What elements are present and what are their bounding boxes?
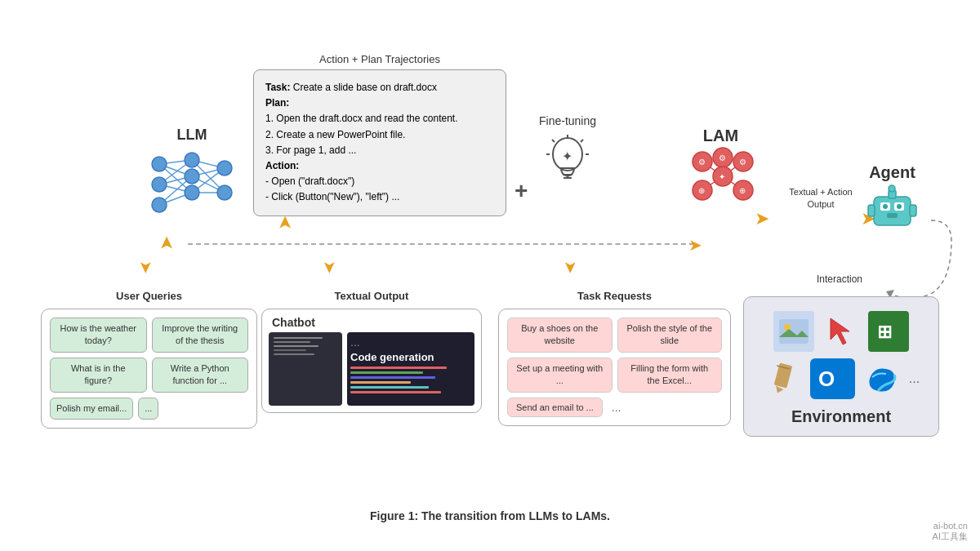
llm-to-queries-arrow: ➤ (136, 260, 156, 274)
svg-point-20 (217, 161, 232, 176)
svg-point-19 (185, 185, 199, 200)
task-item-2: Polish the style of the slide (617, 318, 723, 353)
svg-point-52 (897, 204, 902, 209)
screen-lines (274, 337, 323, 358)
svg-marker-62 (831, 318, 849, 344)
svg-point-51 (883, 204, 888, 209)
diagram-container: Action + Plan Trajectories Task: Create … (0, 0, 980, 551)
query-item-5: Polish my email... (50, 398, 133, 420)
svg-point-17 (185, 153, 199, 167)
task-requests-title: Task Requests (498, 290, 731, 302)
code-dots: ... (350, 335, 471, 349)
environment-label: Environment (754, 407, 929, 426)
interaction-label: Interaction (817, 273, 862, 285)
user-queries-title: User Queries (41, 290, 257, 302)
neural-network-icon (143, 148, 241, 221)
llm-label: LLM (143, 127, 241, 144)
svg-text:✦: ✦ (562, 149, 572, 163)
environment-section: ⊞ Ο (743, 290, 939, 437)
action-plan-box: Task: Create a slide base on draft.docx … (253, 69, 506, 216)
chatbot-box: Chatbot ... Code generation (261, 309, 482, 413)
svg-rect-65 (773, 362, 792, 388)
task-row-single: Send an email to ... ... (507, 398, 722, 417)
svg-line-29 (581, 140, 583, 142)
plus-sign: + (514, 178, 528, 204)
action-label: Action: (265, 160, 299, 171)
code-area: ... Code generation (347, 332, 474, 406)
plan-step-3: 3. For page 1, add ... (265, 144, 356, 156)
lightbulb-icon: ✦ (541, 134, 595, 191)
llm-to-textual-arrow: ➤ (320, 260, 340, 274)
svg-point-18 (185, 169, 199, 184)
outlook-icon: Ο (810, 358, 855, 399)
query-grid: How is the weather today? Improve the wr… (50, 318, 248, 393)
finetuning-label: Fine-tuning (539, 114, 596, 127)
textual-output-title: Textual Output (261, 290, 482, 302)
task-requests-section: Task Requests Buy a shoes on the website… (498, 290, 731, 426)
query-item-1: How is the weather today? (50, 318, 147, 353)
llm-section: LLM (143, 127, 241, 221)
task-item-3: Set up a meeting with ... (507, 358, 612, 393)
query-item-2: Improve the writing of the thesis (152, 318, 249, 353)
arrow-to-action-box: ➤ (274, 216, 296, 230)
figure-caption: Figure 1: The transition from LLMs to LA… (0, 509, 980, 522)
watermark: ai-bot.cn AI工具集 (933, 521, 968, 543)
plan-step-2: 2. Create a new PowerPoint file. (265, 129, 405, 140)
spreadsheet-icon: ⊞ (868, 311, 909, 352)
svg-text:⚙: ⚙ (719, 153, 726, 162)
query-item-3: What is in the figure? (50, 358, 147, 393)
watermark-url: ai-bot.cn (933, 521, 968, 531)
agent-label: Agent (866, 163, 919, 182)
task-box: Buy a shoes on the website Polish the st… (498, 309, 731, 426)
svg-text:⊞: ⊞ (877, 322, 892, 342)
env-icons: ⊞ Ο (754, 307, 929, 403)
lam-to-task-arrow: ➤ (561, 260, 581, 274)
svg-rect-57 (910, 205, 916, 216)
svg-point-16 (152, 198, 167, 212)
svg-text:⚙: ⚙ (739, 158, 746, 167)
lam-cluster-icon: ⚙ ⚙ ⚙ ✦ ⊕ ⊕ (686, 145, 755, 207)
code-lines (350, 367, 471, 393)
action-plan-title: Action + Plan Trajectories (253, 53, 506, 65)
finetuning-section: Fine-tuning ✦ (539, 114, 596, 194)
chatbot-label: Chatbot (269, 316, 474, 329)
svg-marker-66 (774, 386, 784, 394)
dashed-arrow-line (188, 243, 694, 245)
user-queries-section: User Queries How is the weather today? I… (41, 290, 257, 429)
svg-text:✦: ✦ (719, 172, 725, 181)
lam-to-output-arrow: ➤ (755, 208, 769, 229)
svg-point-21 (217, 185, 232, 200)
code-gen-label: Code generation (350, 351, 471, 363)
svg-point-14 (152, 157, 167, 171)
plan-label: Plan: (265, 97, 289, 109)
task-label: Task: (265, 82, 290, 93)
dashed-arrow-head: ➤ (688, 235, 702, 255)
svg-point-15 (152, 177, 167, 192)
query-item-dots: ... (138, 398, 158, 420)
task-text: Create a slide base on draft.docx (293, 82, 437, 93)
watermark-text: AI工具集 (933, 531, 968, 543)
svg-text:⊕: ⊕ (739, 186, 746, 195)
svg-text:Ο: Ο (818, 367, 835, 391)
env-dots: ... (909, 371, 920, 386)
lam-section: LAM ⚙ ⚙ ⚙ ✦ ⊕ ⊕ (686, 127, 755, 210)
chatbot-inner: ... Code generation (269, 332, 474, 406)
svg-point-55 (889, 185, 895, 192)
cursor-icon (821, 311, 862, 352)
task-item-1: Buy a shoes on the website (507, 318, 612, 353)
image-icon (773, 311, 814, 352)
lam-label: LAM (686, 127, 755, 145)
textual-action-label: Textual + Action Output (784, 186, 858, 211)
task-grid: Buy a shoes on the website Polish the st… (507, 318, 722, 393)
svg-line-28 (552, 140, 555, 142)
pencil-icon (763, 358, 804, 399)
query-row-single: Polish my email... ... (50, 398, 248, 420)
task-dots: ... (608, 401, 626, 414)
textual-output-section: Textual Output Chatbot ... Cod (261, 290, 482, 413)
svg-text:⚙: ⚙ (698, 158, 706, 167)
browser-icon (862, 358, 902, 399)
svg-text:⊕: ⊕ (698, 186, 705, 195)
env-box: ⊞ Ο (743, 296, 939, 437)
plan-step-1: 1. Open the draft.docx and read the cont… (265, 113, 458, 124)
svg-rect-56 (868, 205, 875, 216)
